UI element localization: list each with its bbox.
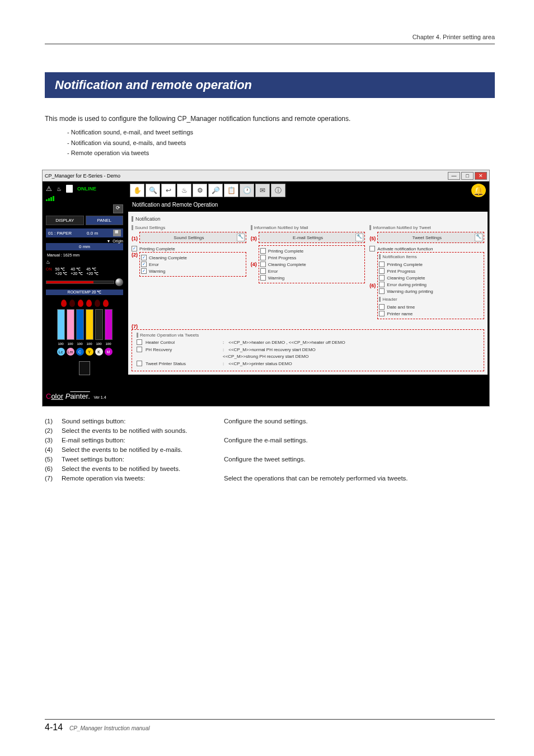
- leg-1-n: (1): [45, 418, 62, 424]
- doc-title: CP_Manager Instruction manual: [69, 725, 149, 731]
- heat-icon[interactable]: ♨: [57, 186, 62, 192]
- chk-tweet-status[interactable]: [137, 361, 142, 366]
- chk-t-warn-during[interactable]: [379, 288, 385, 294]
- leg-6-n: (6): [45, 465, 62, 472]
- ink-icon[interactable]: [66, 185, 73, 193]
- toolbar-btn-6[interactable]: 🔎: [208, 184, 223, 197]
- chk-mail-warning[interactable]: [260, 275, 266, 281]
- leg-5-l: Tweet settings button:: [62, 456, 224, 463]
- leg-7-l: Remote operation via tweets:: [62, 475, 224, 482]
- colon-1: :: [223, 340, 224, 345]
- main-area: ✋ 🔍 ↩ ♨ ⚙ 🔎 📋 🕐 ✉ ⓘ 🔔 Notification and R…: [127, 181, 489, 406]
- maximize-button[interactable]: □: [461, 172, 474, 180]
- cmd-status: <<CP_M>>printer status DEMO: [228, 361, 292, 366]
- email-settings-button[interactable]: E-mail Settings🔧: [259, 232, 366, 243]
- lbl-activate: Activate notification function: [377, 246, 433, 251]
- chk-heater-control[interactable]: [137, 339, 142, 345]
- sound-sub-header: Sound Settings: [132, 225, 246, 230]
- paper-value: 0.0 m: [87, 231, 98, 236]
- sound-settings-button[interactable]: Sound Settings🔧: [139, 232, 246, 243]
- lbl-m-error: Error: [268, 269, 278, 274]
- refresh-button[interactable]: ⟳: [113, 204, 123, 213]
- online-status: ONLINE: [77, 186, 96, 192]
- app-screenshot: CP_Manager for E-Series - Demo — □ ✕ ⚠ ♨…: [42, 170, 490, 407]
- origin-value: 0 mm: [79, 244, 90, 249]
- lbl-m-print: Printing Complete: [268, 249, 304, 254]
- heater-3-set: 45 ℃: [86, 267, 99, 272]
- heat-small-icon: ♨: [46, 259, 123, 265]
- toolbar-btn-mail[interactable]: ✉: [255, 184, 270, 197]
- chk-sound-clean[interactable]: ✓: [141, 255, 147, 260]
- chk-sound-warning[interactable]: ✓: [141, 268, 147, 274]
- lbl-m-clean: Cleaning Complete: [268, 262, 306, 267]
- toolbar-btn-1[interactable]: ✋: [130, 184, 144, 197]
- leg-2-d: [224, 427, 495, 434]
- lbl-error: Error: [149, 262, 159, 267]
- notification-bell-icon[interactable]: 🔔: [471, 184, 486, 197]
- paper-icon[interactable]: ▦: [113, 230, 121, 236]
- toolbar: ✋ 🔍 ↩ ♨ ⚙ 🔎 📋 🕐 ✉ ⓘ 🔔: [127, 181, 489, 199]
- chk-t-progress[interactable]: [379, 268, 385, 274]
- chk-date[interactable]: [379, 304, 385, 310]
- chk-activate-notif[interactable]: [369, 246, 375, 251]
- lbl-pname: Printer name: [387, 311, 413, 316]
- cartridge-slot[interactable]: [79, 361, 90, 375]
- leg-2-n: (2): [45, 427, 62, 434]
- lbl-ph: PH Recovery: [146, 347, 218, 352]
- callout-3: (3): [251, 236, 257, 241]
- leg-3-n: (3): [45, 437, 62, 444]
- chk-t-print[interactable]: [379, 262, 385, 267]
- chk-mail-progress[interactable]: [260, 255, 266, 260]
- toolbar-btn-clock[interactable]: 🕐: [240, 184, 254, 197]
- chk-pname[interactable]: [379, 311, 385, 316]
- toolbar-btn-3[interactable]: ↩: [161, 184, 176, 197]
- toolbar-btn-5[interactable]: ⚙: [193, 184, 207, 197]
- toolbar-btn-4[interactable]: ♨: [177, 184, 191, 197]
- heater-3-cur: +20 ℃: [86, 272, 99, 276]
- colon-3: :: [223, 361, 224, 366]
- wrench-icon: 🔧: [237, 234, 245, 241]
- chk-mail-clean[interactable]: [260, 262, 266, 267]
- lbl-t-err: Error during printing: [387, 282, 427, 287]
- window-title: CP_Manager for E-Series - Demo: [45, 173, 120, 179]
- chk-ph-recovery[interactable]: [137, 347, 142, 352]
- tweet-column: Information Notified by Tweet (5) Tweet …: [369, 225, 484, 319]
- cmd-ph1: <<CP_M>>normal PH recovery start DEMO: [228, 347, 316, 352]
- lbl-t-progress: Print Progress: [387, 269, 415, 274]
- chapter-header: Chapter 4. Printer setting area: [45, 34, 495, 44]
- heater-1-set: 50 ℃: [55, 267, 68, 272]
- toolbar-btn-2[interactable]: 🔍: [146, 184, 160, 197]
- callout-2: (2): [132, 252, 138, 258]
- manual-value: Manual : 1625 mm: [46, 252, 123, 258]
- chk-sound-print-complete[interactable]: ✓: [132, 246, 137, 251]
- toolbar-btn-info[interactable]: ⓘ: [271, 184, 285, 197]
- bullet-list: - Notification sound, e-mail, and tweet …: [67, 127, 495, 158]
- toolbar-btn-7[interactable]: 📋: [224, 184, 238, 197]
- window-titlebar: CP_Manager for E-Series - Demo — □ ✕: [43, 170, 489, 181]
- page-number: 4-14: [45, 722, 63, 732]
- chk-mail-print[interactable]: [260, 248, 266, 254]
- tweet-settings-button[interactable]: Tweet Settings🔧: [377, 232, 484, 243]
- bullet-2: - Notification via sound, e-mails, and t…: [67, 138, 495, 148]
- chk-mail-error[interactable]: [260, 268, 266, 274]
- heater-1-cur: +20 ℃: [55, 272, 68, 276]
- chk-t-err-during[interactable]: [379, 282, 385, 287]
- warning-icon[interactable]: ⚠: [46, 185, 52, 193]
- minimize-button[interactable]: —: [448, 172, 460, 180]
- page-title: Notification and remote operation: [45, 72, 495, 98]
- app-logo: Color Painter. Ver 1.4: [46, 392, 123, 400]
- callout-5: (5): [369, 236, 376, 241]
- bullet-3: - Remote operation via tweets: [67, 148, 495, 158]
- close-button[interactable]: ✕: [475, 172, 487, 180]
- lbl-heater: Heater Control: [146, 340, 218, 345]
- leg-5-n: (5): [45, 456, 62, 463]
- chk-t-clean[interactable]: [379, 275, 385, 281]
- gauge-knob[interactable]: [115, 278, 123, 286]
- tab-display[interactable]: DISPLAY: [46, 216, 84, 225]
- chk-sound-error[interactable]: ✓: [141, 262, 147, 267]
- lbl-m-warning: Warning: [268, 276, 285, 281]
- leg-4-d: [224, 446, 495, 453]
- tab-panel[interactable]: PANEL: [86, 216, 124, 225]
- wrench-icon-3: 🔧: [475, 234, 483, 241]
- cmd-ph2: <<CP_M>>strong PH recovery start DEMO: [223, 354, 308, 359]
